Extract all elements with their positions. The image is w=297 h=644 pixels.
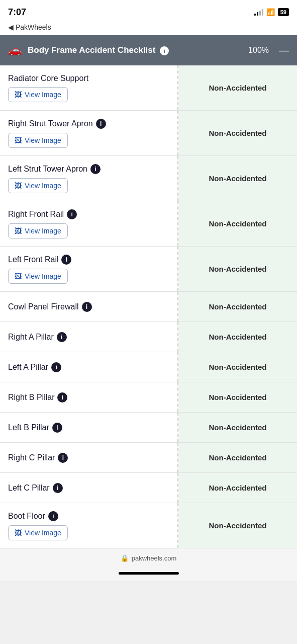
image-icon: 🖼 — [15, 529, 22, 537]
view-image-label: View Image — [25, 182, 61, 190]
info-icon-left-strut-tower-apron[interactable]: i — [90, 164, 101, 174]
status-badge-right-b-pillar: Non-Accidented — [209, 393, 266, 401]
home-bar-line — [119, 572, 179, 575]
item-left-radiator-core-support: Radiator Core Support 🖼 View Image — [0, 65, 178, 110]
status-time: 7:07 — [8, 7, 26, 18]
collapse-button[interactable]: — — [279, 45, 289, 55]
status-bar: 7:07 📶 59 — [0, 0, 297, 22]
item-left-right-strut-tower-apron: Right Strut Tower Apron i 🖼 View Image — [0, 111, 178, 155]
info-icon-left-a-pillar[interactable]: i — [51, 362, 61, 372]
checklist-row-boot-floor: Boot Floor i 🖼 View Image Non-Accidented — [0, 503, 297, 548]
image-icon: 🖼 — [15, 182, 22, 190]
checklist-content: Radiator Core Support 🖼 View Image Non-A… — [0, 65, 297, 548]
item-left-left-c-pillar: Left C Pillar i — [0, 473, 178, 503]
info-icon-left-b-pillar[interactable]: i — [52, 423, 62, 433]
info-icon-right-c-pillar[interactable]: i — [58, 453, 68, 463]
item-left-left-strut-tower-apron: Left Strut Tower Apron i 🖼 View Image — [0, 156, 178, 201]
item-right-cowl-panel-firewall: Non-Accidented — [178, 292, 297, 321]
item-left-right-b-pillar: Right B Pillar i — [0, 382, 178, 412]
item-right-radiator-core-support: Non-Accidented — [178, 65, 297, 110]
item-right-right-strut-tower-apron: Non-Accidented — [178, 111, 297, 155]
info-icon-right-front-rail[interactable]: i — [67, 209, 77, 219]
checklist-row-cowl-panel-firewall: Cowl Panel Firewall i Non-Accidented — [0, 292, 297, 322]
status-badge-left-strut-tower-apron: Non-Accidented — [209, 174, 266, 183]
completion-percent: 100% — [248, 46, 269, 55]
view-image-label: View Image — [25, 272, 61, 280]
item-left-right-c-pillar: Right C Pillar i — [0, 443, 178, 472]
view-image-button-left-front-rail[interactable]: 🖼 View Image — [8, 269, 68, 284]
footer-url: pakwheels.com — [132, 554, 177, 562]
view-image-button-right-strut-tower-apron[interactable]: 🖼 View Image — [8, 133, 68, 148]
checklist-row-right-a-pillar: Right A Pillar i Non-Accidented — [0, 322, 297, 352]
item-title-right-c-pillar: Right C Pillar i — [8, 453, 169, 463]
item-left-right-front-rail: Right Front Rail i 🖼 View Image — [0, 201, 178, 246]
header-info-icon[interactable]: i — [160, 46, 169, 55]
item-title-right-a-pillar: Right A Pillar i — [8, 332, 169, 342]
view-image-label: View Image — [25, 227, 61, 235]
footer: 🔒 pakwheels.com — [0, 548, 297, 568]
view-image-button-left-strut-tower-apron[interactable]: 🖼 View Image — [8, 178, 68, 193]
info-icon-left-front-rail[interactable]: i — [61, 255, 71, 265]
view-image-button-boot-floor[interactable]: 🖼 View Image — [8, 525, 68, 540]
item-right-right-b-pillar: Non-Accidented — [178, 382, 297, 412]
image-icon: 🖼 — [15, 227, 22, 235]
status-badge-left-a-pillar: Non-Accidented — [209, 363, 266, 371]
item-title-left-a-pillar: Left A Pillar i — [8, 362, 169, 372]
info-icon-right-b-pillar[interactable]: i — [57, 392, 67, 403]
item-title-left-strut-tower-apron: Left Strut Tower Apron i — [8, 164, 169, 174]
info-icon-cowl-panel-firewall[interactable]: i — [82, 302, 92, 312]
checklist-row-right-front-rail: Right Front Rail i 🖼 View Image Non-Acci… — [0, 201, 297, 247]
info-icon-boot-floor[interactable]: i — [48, 511, 58, 521]
item-right-right-front-rail: Non-Accidented — [178, 201, 297, 246]
view-image-label: View Image — [25, 91, 61, 99]
status-badge-right-front-rail: Non-Accidented — [209, 219, 266, 228]
info-icon-left-c-pillar[interactable]: i — [53, 483, 63, 493]
item-right-left-a-pillar: Non-Accidented — [178, 352, 297, 382]
image-icon: 🖼 — [15, 91, 22, 99]
page-header: 🚗 Body Frame Accident Checklist i 100% — — [0, 35, 297, 65]
checklist-row-left-a-pillar: Left A Pillar i Non-Accidented — [0, 352, 297, 382]
back-navigation[interactable]: ◀ PakWheels — [0, 22, 297, 35]
checklist-row-radiator-core-support: Radiator Core Support 🖼 View Image Non-A… — [0, 65, 297, 111]
checklist-row-right-strut-tower-apron: Right Strut Tower Apron i 🖼 View Image N… — [0, 111, 297, 156]
item-title-right-front-rail: Right Front Rail i — [8, 209, 169, 219]
status-badge-left-b-pillar: Non-Accidented — [209, 423, 266, 432]
item-left-left-a-pillar: Left A Pillar i — [0, 352, 178, 382]
checklist-row-left-c-pillar: Left C Pillar i Non-Accidented — [0, 473, 297, 503]
item-right-left-c-pillar: Non-Accidented — [178, 473, 297, 503]
item-right-right-c-pillar: Non-Accidented — [178, 443, 297, 472]
view-image-button-right-front-rail[interactable]: 🖼 View Image — [8, 223, 68, 238]
status-badge-left-c-pillar: Non-Accidented — [209, 484, 266, 492]
item-left-left-front-rail: Left Front Rail i 🖼 View Image — [0, 247, 178, 291]
view-image-label: View Image — [25, 529, 61, 537]
page-title: Body Frame Accident Checklist i — [28, 45, 242, 55]
item-right-right-a-pillar: Non-Accidented — [178, 322, 297, 352]
status-badge-radiator-core-support: Non-Accidented — [209, 84, 266, 92]
signal-icon — [254, 9, 263, 16]
checklist-row-right-c-pillar: Right C Pillar i Non-Accidented — [0, 443, 297, 473]
info-icon-right-a-pillar[interactable]: i — [57, 332, 67, 342]
back-label[interactable]: ◀ PakWheels — [8, 23, 51, 31]
status-badge-right-a-pillar: Non-Accidented — [209, 333, 266, 341]
item-title-radiator-core-support: Radiator Core Support — [8, 74, 169, 83]
item-title-cowl-panel-firewall: Cowl Panel Firewall i — [8, 302, 169, 312]
info-icon-right-strut-tower-apron[interactable]: i — [96, 119, 106, 129]
item-title-left-b-pillar: Left B Pillar i — [8, 423, 169, 433]
item-left-cowl-panel-firewall: Cowl Panel Firewall i — [0, 292, 178, 321]
checklist-row-left-b-pillar: Left B Pillar i Non-Accidented — [0, 413, 297, 443]
status-badge-cowl-panel-firewall: Non-Accidented — [209, 302, 266, 311]
item-right-left-strut-tower-apron: Non-Accidented — [178, 156, 297, 201]
checklist-row-left-strut-tower-apron: Left Strut Tower Apron i 🖼 View Image No… — [0, 156, 297, 201]
item-title-left-c-pillar: Left C Pillar i — [8, 483, 169, 493]
status-badge-right-c-pillar: Non-Accidented — [209, 453, 266, 462]
item-title-right-strut-tower-apron: Right Strut Tower Apron i — [8, 119, 169, 129]
status-badge-left-front-rail: Non-Accidented — [209, 265, 266, 273]
wifi-icon: 📶 — [266, 8, 275, 16]
item-title-left-front-rail: Left Front Rail i — [8, 255, 169, 265]
view-image-button-radiator-core-support[interactable]: 🖼 View Image — [8, 87, 68, 102]
status-badge-right-strut-tower-apron: Non-Accidented — [209, 129, 266, 137]
checklist-row-right-b-pillar: Right B Pillar i Non-Accidented — [0, 382, 297, 413]
image-icon: 🖼 — [15, 272, 22, 280]
item-left-left-b-pillar: Left B Pillar i — [0, 413, 178, 442]
item-title-right-b-pillar: Right B Pillar i — [8, 392, 169, 403]
